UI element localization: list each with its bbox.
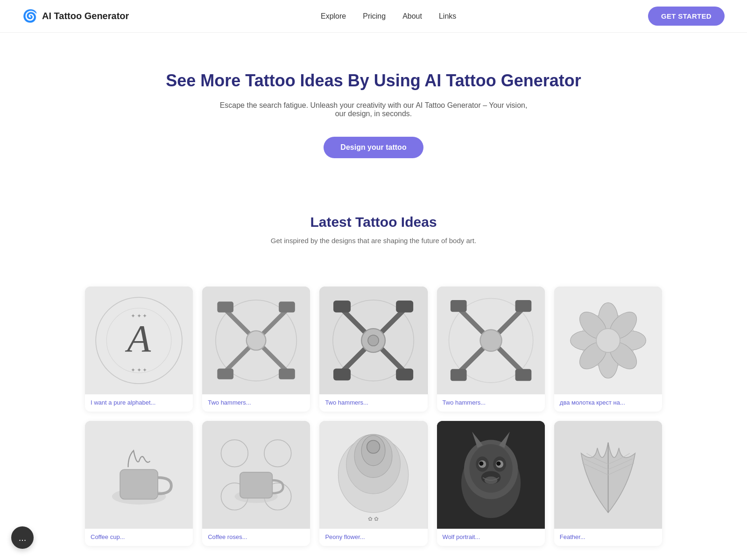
tattoo-image bbox=[554, 421, 662, 529]
tattoo-image bbox=[202, 287, 310, 394]
tattoo-label: Two hammers... bbox=[202, 394, 310, 412]
nav-links: Explore Pricing About Links bbox=[321, 12, 456, 21]
tattoo-card[interactable]: Two hammers... bbox=[319, 287, 427, 412]
nav-link-explore[interactable]: Explore bbox=[321, 12, 346, 21]
svg-rect-31 bbox=[450, 369, 466, 381]
nav-link-pricing[interactable]: Pricing bbox=[363, 12, 386, 21]
latest-title: Latest Tattoo Ideas bbox=[22, 214, 725, 230]
tattoo-card[interactable]: Wolf portrait... bbox=[437, 421, 545, 546]
svg-rect-54 bbox=[240, 472, 272, 498]
logo-icon: 🌀 bbox=[22, 9, 37, 23]
tattoo-image bbox=[319, 287, 427, 394]
svg-rect-32 bbox=[515, 369, 531, 381]
svg-rect-19 bbox=[333, 301, 351, 312]
tattoo-grid-row-2: Coffee cup... Coffee roses... ✿ ✿ Peony … bbox=[70, 421, 677, 546]
svg-rect-10 bbox=[218, 301, 234, 312]
svg-point-67 bbox=[469, 444, 512, 493]
tattoo-image bbox=[202, 421, 310, 529]
svg-point-33 bbox=[480, 329, 501, 351]
svg-rect-30 bbox=[515, 300, 531, 312]
tattoo-label: Two hammers... bbox=[319, 394, 427, 412]
tattoo-card[interactable]: Two hammers... bbox=[437, 287, 545, 412]
svg-text:✿ ✿: ✿ ✿ bbox=[368, 516, 379, 522]
tattoo-label: Two hammers... bbox=[437, 394, 545, 412]
tattoo-label: Feather... bbox=[554, 529, 662, 546]
tattoo-card[interactable]: A ✦ ✦ ✦ ✦ ✦ ✦ I want a pure alphabet... bbox=[85, 287, 193, 412]
chat-icon: ... bbox=[19, 532, 27, 543]
svg-point-60 bbox=[367, 441, 380, 454]
hero-subtitle: Escape the search fatigue. Unleash your … bbox=[215, 101, 532, 118]
tattoo-grid-row-1: A ✦ ✦ ✦ ✦ ✦ ✦ I want a pure alphabet... … bbox=[70, 287, 677, 412]
svg-text:✦ ✦ ✦: ✦ ✦ ✦ bbox=[131, 367, 148, 372]
tattoo-card[interactable]: ✿ ✿ Peony flower... bbox=[319, 421, 427, 546]
tattoo-card[interactable]: два молотка крест на... bbox=[554, 287, 662, 412]
tattoo-image bbox=[437, 421, 545, 529]
svg-point-14 bbox=[247, 331, 266, 350]
nav-link-about[interactable]: About bbox=[402, 12, 422, 21]
navbar: 🌀 AI Tattoo Generator Explore Pricing Ab… bbox=[0, 0, 747, 33]
nav-logo[interactable]: 🌀 AI Tattoo Generator bbox=[22, 9, 129, 23]
tattoo-card[interactable]: Coffee cup... bbox=[85, 421, 193, 546]
svg-rect-21 bbox=[333, 369, 351, 380]
svg-rect-22 bbox=[396, 369, 414, 380]
tattoo-image bbox=[554, 287, 662, 394]
tattoo-label: Coffee cup... bbox=[85, 529, 193, 546]
svg-rect-11 bbox=[279, 301, 295, 312]
tattoo-label: I want a pure alphabet... bbox=[85, 394, 193, 412]
chat-bubble[interactable]: ... bbox=[11, 526, 34, 549]
svg-rect-47 bbox=[120, 469, 158, 499]
tattoo-label: Coffee roses... bbox=[202, 529, 310, 546]
tattoo-card[interactable]: Two hammers... bbox=[202, 287, 310, 412]
logo-text: AI Tattoo Generator bbox=[42, 11, 129, 21]
tattoo-label: два молотка крест на... bbox=[554, 394, 662, 412]
tattoo-label: Wolf portrait... bbox=[437, 529, 545, 546]
svg-text:✦ ✦ ✦: ✦ ✦ ✦ bbox=[131, 313, 148, 319]
latest-subtitle: Get inspired by the designs that are sha… bbox=[22, 237, 725, 245]
hero-title: See More Tattoo Ideas By Using AI Tattoo… bbox=[22, 70, 725, 92]
tattoo-card[interactable]: Feather... bbox=[554, 421, 662, 546]
svg-rect-13 bbox=[279, 369, 295, 379]
tattoo-image bbox=[85, 421, 193, 529]
get-started-button[interactable]: GET STARTED bbox=[648, 7, 725, 26]
svg-rect-20 bbox=[396, 301, 414, 312]
latest-section: Latest Tattoo Ideas Get inspired by the … bbox=[0, 186, 747, 287]
svg-point-24 bbox=[368, 335, 379, 346]
nav-link-links[interactable]: Links bbox=[439, 12, 456, 21]
hero-section: See More Tattoo Ideas By Using AI Tattoo… bbox=[0, 33, 747, 186]
svg-point-73 bbox=[496, 462, 500, 466]
svg-rect-12 bbox=[218, 369, 234, 379]
svg-point-72 bbox=[479, 462, 483, 466]
tattoo-card[interactable]: Coffee roses... bbox=[202, 421, 310, 546]
svg-point-44 bbox=[596, 329, 620, 352]
svg-rect-29 bbox=[450, 300, 466, 312]
tattoo-image: ✿ ✿ bbox=[319, 421, 427, 529]
tattoo-image: A ✦ ✦ ✦ ✦ ✦ ✦ bbox=[85, 287, 193, 394]
tattoo-label: Peony flower... bbox=[319, 529, 427, 546]
design-tattoo-button[interactable]: Design your tattoo bbox=[324, 137, 423, 158]
svg-text:A: A bbox=[125, 317, 151, 360]
tattoo-image bbox=[437, 287, 545, 394]
